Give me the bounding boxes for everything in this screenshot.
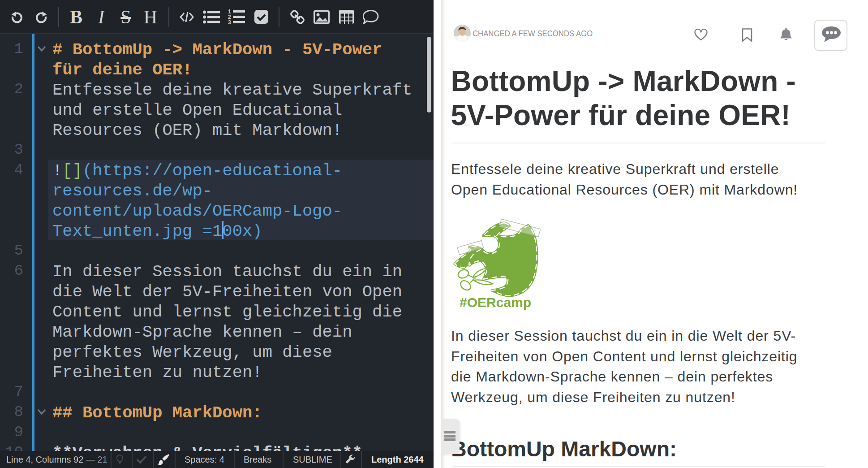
svg-text:3: 3 (228, 19, 231, 25)
